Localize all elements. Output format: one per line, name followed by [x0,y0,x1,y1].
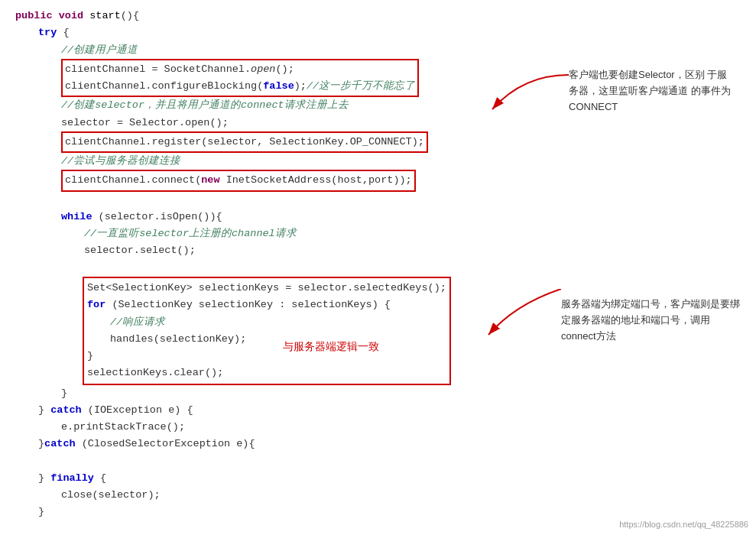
code-line-21: } catch (IOException e) { [15,402,741,419]
code-line-1: public void start(){ [15,8,741,24]
annotation-bottom-text: 服务器端为绑定端口号，客户端则是要绑定服务器端的地址和端口号，调用connect… [561,297,745,344]
code-line-15: for (SelectionKey selectionKey : selecti… [87,297,446,313]
code-line-12: //一直监听selector上注册的channel请求 [15,225,741,242]
code-line-9: //尝试与服务器创建连接 [15,153,741,170]
code-line-3: //创建用户通道 [15,42,741,59]
watermark: https://blog.csdn.net/qq_48225886 [619,520,748,529]
code-line-22: e.printStackTrace(); [15,419,741,436]
code-line-2: try { [15,24,741,41]
code-line-5: clientChannel.configureBlocking(false);/… [65,78,415,95]
spacer-2 [15,260,741,277]
code-line-8: clientChannel.register(selector, Selecti… [65,134,424,151]
annotation-middle: 与服务器端逻辑一致 [283,340,379,354]
code-line-24: } finally { [15,470,741,487]
arrow-svg-1 [477,71,576,117]
code-line-16: //响应请求 [87,314,446,331]
code-line-23: }catch (ClosedSelectorException e){ [15,436,741,452]
code-line-20: } [15,385,741,402]
code-line-18: } [87,348,446,365]
red-box-4: Set<SelectionKey> selectionKeys = select… [83,277,451,385]
code-line-7: selector = Selector.open(); [15,115,741,131]
code-line-17: handles(selectionKey); [87,331,446,348]
code-line-14: Set<SelectionKey> selectionKeys = select… [87,280,446,297]
annotation-top-text: 客户端也要创建Selector，区别 于服务器，这里监听客户端通道 的事件为CO… [569,67,737,115]
annotation-bottom: 服务器端为绑定端口号，客户端则是要绑定服务器端的地址和端口号，调用connect… [561,297,745,344]
annotation-top: 客户端也要创建Selector，区别 于服务器，这里监听客户端通道 的事件为CO… [569,67,737,115]
code-line-11: while (selector.isOpen()){ [15,209,741,225]
spacer-1 [15,192,741,209]
red-box-1: clientChannel = SocketChannel.open(); cl… [61,59,419,98]
code-line-25: close(selector); [15,487,741,504]
annotation-middle-text: 与服务器端逻辑一致 [283,340,379,352]
spacer-3 [15,453,741,470]
code-line-26: } [15,504,741,520]
code-line-10: clientChannel.connect(new InetSocketAddr… [65,172,412,189]
red-box-2: clientChannel.register(selector, Selecti… [61,131,428,153]
code-line-4: clientChannel = SocketChannel.open(); [65,61,415,78]
arrow-svg-2 [477,289,569,342]
code-line-13: selector.select(); [15,242,741,259]
red-box-3: clientChannel.connect(new InetSocketAddr… [61,170,416,191]
code-line-19: selectionKeys.clear(); [87,365,446,381]
